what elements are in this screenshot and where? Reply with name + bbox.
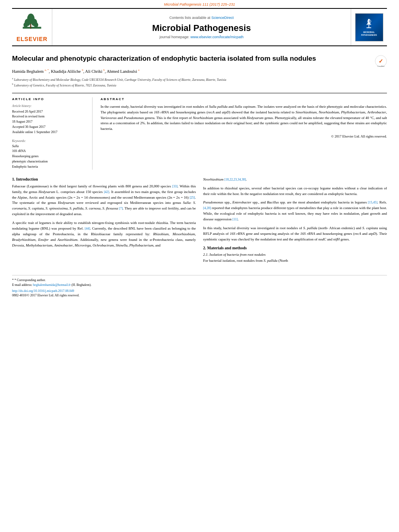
abstract-panel: ABSTRACT In the current study, bacterial… — [101, 97, 387, 170]
sup-a: a — [12, 77, 13, 80]
copyright-line: © 2017 Elsevier Ltd. All rights reserved… — [101, 134, 387, 138]
analyzed-word: analyzed — [284, 105, 296, 109]
ref-33: [33] — [172, 185, 177, 188]
ref-neorhiz: [18,22,23,34,38] — [224, 178, 246, 181]
email-link[interactable]: beghalemhamida@hotmail.fr — [33, 283, 71, 287]
history-received: Received 20 April 2017 — [12, 109, 86, 115]
ref-4-28: [4,28] — [203, 206, 211, 210]
affil-b-text: Laboratory of Genetics, Faculty of Scien… — [14, 84, 116, 87]
sup-b: b — [12, 83, 13, 85]
affil-sup-b1: b — [82, 68, 83, 72]
article-section: ✓ CrossMark Molecular and phenotypic cha… — [12, 54, 387, 88]
isolation-para-1: For bacterial isolation, root nodules fr… — [203, 258, 387, 264]
mm-number: 2. — [203, 246, 207, 250]
article-title-area: ✓ CrossMark Molecular and phenotypic cha… — [12, 54, 387, 63]
history-online: Available online 1 September 2017 — [12, 130, 86, 135]
keyword-phenotypic: phenotypic characterization — [12, 159, 86, 164]
crossmark-icon: ✓ CrossMark — [375, 55, 387, 67]
history-label: Article history: — [12, 104, 86, 108]
main-content: 1. Introduction Fabaceae (Leguminosae) i… — [12, 177, 387, 267]
svg-rect-12 — [366, 27, 371, 28]
email-person: (H. Beghalem). — [72, 283, 92, 287]
affil-sup-a1: a, * — [45, 68, 49, 72]
keyword-housekeeping: Housekeeping genes — [12, 154, 86, 159]
keyword-sulla: Sulla — [12, 144, 86, 149]
intro-para-2: A specific trait of legumes is their abi… — [12, 220, 196, 249]
intro-para-1: Fabaceae (Leguminosae) is the third larg… — [12, 184, 196, 218]
introduction-heading: 1. Introduction — [12, 177, 196, 181]
column-right: Neorhizobium [18,22,23,34,38]. In additi… — [203, 177, 387, 267]
citation-bar: Microbial Pathogenesis 111 (2017) 225–23… — [0, 0, 399, 8]
affiliation-a: a Laboratory of Biochemistry and Molecul… — [12, 77, 387, 82]
email-label: E-mail address: — [12, 283, 32, 287]
article-info-heading: ARTICLE INFO — [12, 97, 86, 101]
elsevier-logo-area: ELSEVIER — [12, 9, 52, 45]
ref-7: [7] — [119, 207, 123, 210]
history-accepted: Accepted 30 August 2017 — [12, 125, 86, 130]
homepage-link[interactable]: www.elsevier.com/locate/micpath — [191, 35, 244, 39]
homepage-label: journal homepage: — [159, 35, 189, 39]
keyword-16s: 16S rRNA — [12, 149, 86, 154]
ref-11: [11] — [232, 218, 238, 221]
svg-point-6 — [34, 23, 38, 28]
citation-text: Microbial Pathogenesis 111 (2017) 225–23… — [164, 2, 235, 6]
isolation-subheading: 2.1. Isolation of bacteria from root nod… — [203, 253, 387, 257]
affiliation-b: b Laboratory of Genetics, Faculty of Sci… — [12, 82, 387, 88]
keywords-label: Keywords: — [12, 139, 86, 143]
abstract-heading: ABSTRACT — [101, 97, 387, 101]
svg-rect-11 — [368, 25, 369, 27]
elsevier-tree-icon — [21, 12, 43, 34]
introduction-title: Introduction — [16, 177, 38, 181]
journal-info-center: Contents lists available at ScienceDirec… — [52, 9, 351, 45]
footer-copyright: 0882-4010/© 2017 Elsevier Ltd. All right… — [12, 294, 387, 297]
journal-header: ELSEVIER Contents lists available at Sci… — [12, 8, 387, 46]
keywords-section: Keywords: Sulla 16S rRNA Housekeeping ge… — [12, 139, 86, 170]
svg-rect-9 — [366, 24, 371, 25]
right-para-4: In this study, bacterial diversity was i… — [203, 226, 387, 242]
affiliations: a Laboratory of Biochemistry and Molecul… — [12, 77, 387, 88]
page: Microbial Pathogenesis 111 (2017) 225–23… — [0, 0, 399, 532]
ref-15-45: [15,45] — [368, 201, 377, 204]
ref-44: [44] — [85, 227, 90, 230]
svg-text:CrossMark: CrossMark — [377, 66, 385, 67]
info-abstract-section: ARTICLE INFO Article history: Received 2… — [12, 93, 387, 170]
corresponding-author-note: * * Corresponding author. — [12, 278, 387, 283]
mm-title: Materials and methods — [207, 246, 247, 250]
doi-link[interactable]: http://dx.doi.org/10.1016/j.micpath.2017… — [12, 289, 387, 293]
svg-point-5 — [23, 23, 28, 28]
journal-title: Microbial Pathogenesis — [152, 23, 251, 33]
footer-section: * * Corresponding author. E-mail address… — [12, 275, 387, 297]
svg-text:✓: ✓ — [378, 58, 383, 64]
affil-a-text: Laboratory of Biochemistry and Molecular… — [14, 78, 226, 82]
affil-sup-b2: b — [103, 68, 105, 72]
section-number: 1. — [12, 177, 16, 181]
article-info-panel: ARTICLE INFO Article history: Received 2… — [12, 97, 93, 170]
keyword-endophytic: Endophytic bacteria — [12, 164, 86, 170]
history-revised-date: 18 August 2017 — [12, 119, 86, 125]
journal-badge-area: MICROBIALPATHOGENESIS — [351, 9, 387, 45]
history-revised-label: Received in revised form — [12, 114, 86, 119]
journal-badge: MICROBIALPATHOGENESIS — [355, 13, 383, 41]
corresponding-label: * Corresponding author. — [14, 278, 46, 282]
email-note: E-mail address: beghalemhamida@hotmail.f… — [12, 283, 387, 288]
sciencedirect-line: Contents lists available at ScienceDirec… — [169, 16, 234, 20]
materials-methods-heading: 2. Materials and methods — [203, 246, 387, 250]
microscope-icon — [363, 18, 375, 30]
authors-line: Hamida Beghalem a, *, Khadidja Aliliche … — [12, 68, 387, 74]
elsevier-wordmark: ELSEVIER — [16, 36, 47, 42]
right-para-1: Neorhizobium [18,22,23,34,38]. — [203, 177, 387, 183]
contents-text: Contents lists available at — [169, 16, 210, 20]
article-title: Molecular and phenotypic characterizatio… — [12, 54, 387, 63]
column-left: 1. Introduction Fabaceae (Leguminosae) i… — [12, 177, 196, 267]
abstract-text: In the current study, bacterial diversit… — [101, 104, 387, 132]
right-para-2: In addition to rhizobial species, severa… — [203, 186, 387, 197]
journal-homepage: journal homepage: www.elsevier.com/locat… — [159, 35, 243, 39]
affil-sup-a2: a — [138, 68, 139, 72]
ref-42: [42] — [104, 190, 109, 194]
ref-25: [25] — [189, 196, 195, 199]
sciencedirect-link[interactable]: ScienceDirect — [212, 16, 234, 20]
badge-text: MICROBIALPATHOGENESIS — [361, 31, 377, 36]
right-para-3: Pseudomonas spp., Enterobacter spp., and… — [203, 200, 387, 222]
